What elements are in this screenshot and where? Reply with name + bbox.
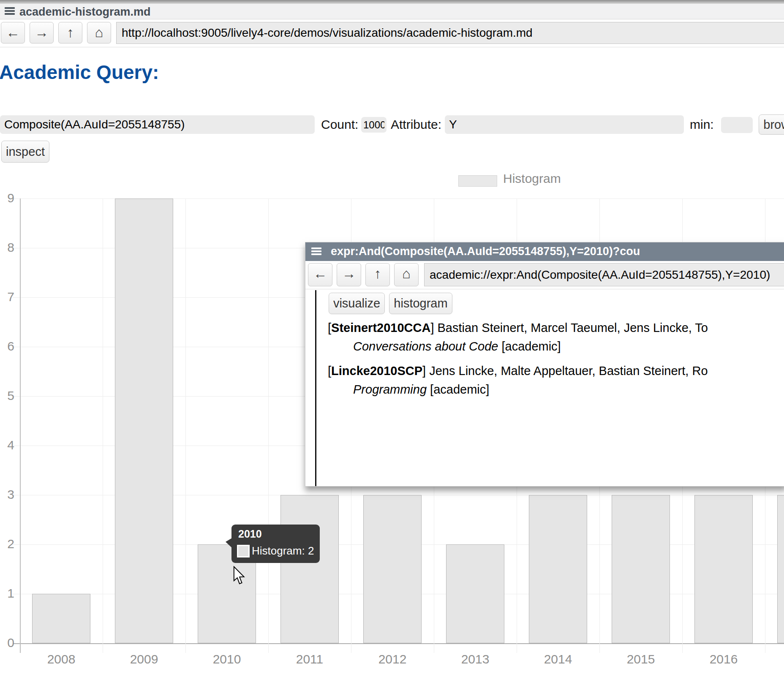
bar-2014[interactable] bbox=[529, 495, 587, 643]
tooltip-value-label: Histogram: 2 bbox=[252, 544, 314, 557]
y-tick-label: 5 bbox=[0, 389, 14, 403]
popup-forward-button[interactable]: → bbox=[337, 263, 361, 286]
x-tick-label: 2011 bbox=[268, 652, 351, 666]
y-tick-label: 7 bbox=[0, 290, 14, 304]
popup-titlebar[interactable]: expr:And(Composite(AA.AuId=2055148755),Y… bbox=[305, 242, 784, 261]
bar-2009[interactable] bbox=[115, 198, 173, 643]
visualize-button[interactable]: visualize bbox=[329, 293, 385, 314]
x-gridline bbox=[185, 198, 186, 653]
histogram-button[interactable]: histogram bbox=[389, 293, 452, 314]
tooltip-pointer-icon bbox=[226, 538, 232, 548]
publication-entry-line: [Steinert2010CCA] Bastian Steinert, Marc… bbox=[328, 321, 708, 335]
tooltip-series-swatch bbox=[237, 545, 250, 557]
popup-navrow: ← → ↑ ⌂ bbox=[305, 261, 784, 289]
publication-entry-line: Programming [academic] bbox=[353, 383, 489, 397]
y-tick-label: 9 bbox=[0, 191, 14, 205]
publication-authors: Bastian Steinert, Marcel Taeumel, Jens L… bbox=[434, 321, 708, 334]
x-tick-label: 2013 bbox=[434, 652, 517, 666]
x-tick-label: 2015 bbox=[599, 652, 682, 666]
publication-key: Lincke2010SCP bbox=[331, 364, 422, 378]
x-tick-label: 2010 bbox=[185, 652, 268, 666]
publication-entry-line: [Lincke2010SCP] Jens Lincke, Malte Appel… bbox=[328, 364, 708, 378]
publication-entry-line: Conversations about Code [academic] bbox=[353, 340, 561, 353]
publication-source: [academic] bbox=[427, 383, 489, 396]
bar-2016[interactable] bbox=[694, 495, 753, 643]
x-tick-label: 2009 bbox=[103, 652, 185, 666]
popup-url-input[interactable] bbox=[424, 263, 784, 286]
popup-window: expr:And(Composite(AA.AuId=2055148755),Y… bbox=[305, 242, 784, 487]
x-gridline bbox=[103, 198, 103, 653]
bar-2011[interactable] bbox=[280, 495, 339, 643]
publication-title: Programming bbox=[353, 383, 427, 396]
y-tick-label: 2 bbox=[0, 537, 14, 551]
y-tick-label: 4 bbox=[0, 438, 14, 452]
bar-2017[interactable] bbox=[777, 495, 784, 643]
x-tick-label: 2012 bbox=[351, 652, 434, 666]
bar-2015[interactable] bbox=[612, 495, 670, 643]
x-gridline bbox=[268, 198, 269, 653]
x-tick-label: 2016 bbox=[682, 652, 765, 666]
y-tick-label: 3 bbox=[0, 487, 14, 502]
chart-tooltip: 2010 Histogram: 2 bbox=[231, 525, 320, 563]
bar-2012[interactable] bbox=[363, 495, 422, 643]
publication-authors: Jens Lincke, Malte Appeltauer, Bastian S… bbox=[426, 364, 708, 378]
mouse-cursor-icon bbox=[233, 566, 247, 585]
y-tick-label: 1 bbox=[0, 586, 14, 601]
tooltip-title: 2010 bbox=[238, 528, 262, 540]
y-tick-label: 6 bbox=[0, 339, 14, 353]
publication-source: [academic] bbox=[498, 340, 561, 353]
bar-2008[interactable] bbox=[32, 594, 90, 643]
x-tick-label: 2014 bbox=[517, 652, 599, 666]
forward-arrow-icon: → bbox=[342, 266, 356, 281]
bar-2013[interactable] bbox=[446, 544, 504, 643]
y-gridline bbox=[13, 643, 784, 644]
publication-title: Conversations about Code bbox=[353, 340, 498, 353]
popup-up-button[interactable]: ↑ bbox=[365, 263, 390, 286]
y-axis-line bbox=[20, 198, 21, 653]
popup-back-button[interactable]: ← bbox=[308, 263, 332, 286]
y-tick-label: 0 bbox=[0, 636, 14, 650]
back-arrow-icon: ← bbox=[313, 266, 327, 281]
popup-title: expr:And(Composite(AA.AuId=2055148755),Y… bbox=[331, 245, 640, 258]
up-arrow-icon: ↑ bbox=[374, 266, 381, 281]
content-left-divider[interactable] bbox=[315, 290, 316, 486]
popup-home-button[interactable]: ⌂ bbox=[394, 263, 419, 286]
home-icon: ⌂ bbox=[402, 266, 411, 281]
y-tick-label: 8 bbox=[0, 240, 14, 255]
x-tick-label: 2008 bbox=[20, 652, 103, 666]
popup-menu-icon[interactable] bbox=[311, 247, 321, 256]
x-tick-label: 2017 bbox=[765, 652, 784, 666]
publication-key: Steinert2010CCA bbox=[331, 321, 430, 334]
